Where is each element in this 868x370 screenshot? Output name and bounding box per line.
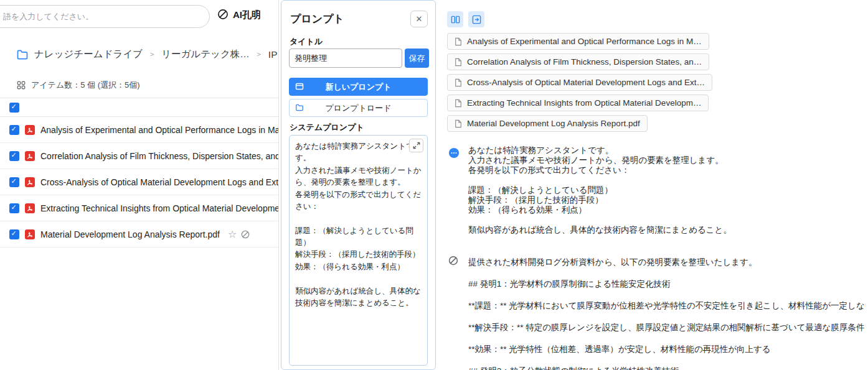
ai-message-paragraph: ## 発明1：光学材料の膜厚制御による性能安定化技術 (468, 279, 866, 289)
file-row-actions: ☆ (228, 228, 250, 240)
file-checkbox[interactable] (9, 177, 19, 187)
attachment-name: Material Development Log Analysis Report… (467, 119, 640, 128)
attachment-chip[interactable]: Extracting Technical Insights from Optic… (447, 95, 709, 111)
attachment-chip[interactable]: Correlation Analysis of Film Thickness, … (447, 53, 709, 70)
view-columns-icon (451, 15, 460, 24)
close-icon: ✕ (416, 14, 423, 24)
attachment-name: Cross-Analysis of Optical Material Devel… (467, 78, 705, 87)
ai-koumei-label: AI孔明 (233, 9, 261, 21)
user-message-text: あなたは特許実務アシスタントです。 入力された議事メモや技術ノートから、発明の要… (468, 146, 868, 235)
breadcrumb: ナレッジチームドライブ ＞ リーガルテック株… ＞ IPG (16, 48, 277, 61)
pdf-icon (25, 203, 35, 213)
ai-message-icon (448, 255, 459, 269)
file-checkbox[interactable] (9, 203, 19, 213)
new-prompt-label: 新しいプロンプト (325, 81, 391, 93)
ai-message-paragraph: 提供された材料開発ログ分析資料から、以下の発明要素を整理いたします。 (468, 257, 866, 267)
attachment-name: Extracting Technical Insights from Optic… (467, 98, 701, 108)
ai-message: 提供された材料開発ログ分析資料から、以下の発明要素を整理いたします。 ## 発明… (468, 257, 866, 370)
save-button[interactable]: 保存 (405, 49, 429, 68)
ai-koumei-button[interactable]: AI孔明 (217, 8, 261, 22)
file-name: Analysis of Experimental and Optical Per… (40, 125, 278, 135)
file-name: Extracting Technical Insights from Optic… (40, 203, 278, 213)
close-button[interactable]: ✕ (410, 11, 428, 27)
document-icon (455, 78, 462, 87)
grid-view-icon[interactable] (17, 81, 26, 90)
system-prompt-label: システムプロンプト (290, 122, 364, 133)
ai-message-paragraph: ## 発明2：粒子分散状態の制御による光学特性改善技術 (468, 366, 866, 370)
new-prompt-icon (295, 82, 304, 91)
breadcrumb-separator: ＞ (148, 49, 156, 60)
file-checkbox[interactable] (9, 151, 19, 161)
attachment-name: Correlation Analysis of Film Thickness, … (467, 57, 702, 67)
file-name: Correlation Analysis of Film Thickness, … (40, 151, 278, 161)
pdf-icon (25, 177, 35, 187)
new-prompt-button[interactable]: 新しいプロンプト (289, 78, 428, 96)
file-row[interactable]: Analysis of Experimental and Optical Per… (0, 117, 278, 143)
item-count-text: アイテム数：5 個 (選択：5個) (31, 80, 140, 91)
ai-message-paragraph: **効果：** 光学特性（位相差、透過率）が安定し、材料性能の再現性が向上する (468, 344, 866, 354)
expand-icon (413, 142, 420, 149)
file-checkbox[interactable] (9, 229, 19, 239)
ai-message-paragraph: **解決手段：** 特定の膜厚レンジを設定し、膜厚設定値と測定結果の相関解析に基… (468, 322, 866, 333)
export-icon (472, 15, 481, 24)
file-name: Material Development Log Analysis Report… (40, 229, 220, 239)
search-input[interactable] (3, 12, 191, 21)
document-icon (455, 58, 462, 67)
search-box[interactable] (0, 5, 210, 28)
select-all-row (0, 98, 278, 117)
app-root: ▼ AI孔明 ナレッジチームドライブ ＞ リーガルテック株… ＞ IPG アイテ… (0, 0, 868, 370)
attachment-chip[interactable]: Material Development Log Analysis Report… (447, 115, 648, 132)
load-prompt-button[interactable]: プロンプトロード (289, 99, 428, 117)
item-count-row: アイテム数：5 個 (選択：5個) (17, 80, 140, 91)
prompt-panel-title: プロンプト (290, 12, 344, 26)
split-view-button[interactable] (447, 11, 463, 27)
folder-icon (16, 49, 29, 61)
attachment-list: Analysis of Experimental and Optical Per… (447, 33, 712, 132)
breadcrumb-item-company[interactable]: リーガルテック株… (161, 48, 250, 61)
file-row[interactable]: Cross-Analysis of Optical Material Devel… (0, 169, 278, 195)
document-icon (455, 37, 462, 46)
document-icon (455, 119, 462, 128)
file-checkbox[interactable] (9, 125, 19, 135)
breadcrumb-separator: ＞ (255, 49, 263, 60)
file-name: Cross-Analysis of Optical Material Devel… (40, 177, 278, 187)
ai-koumei-icon (217, 8, 229, 22)
breadcrumb-item-current[interactable]: IPG (268, 49, 277, 60)
export-button[interactable] (468, 11, 484, 27)
file-row[interactable]: Material Development Log Analysis Report… (0, 221, 278, 247)
load-prompt-label: プロンプトロード (325, 103, 391, 114)
system-prompt-textarea[interactable]: あなたは特許実務アシスタントです。 入力された議事メモや技術ノートから、発明の要… (289, 135, 428, 366)
prompt-panel: プロンプト ✕ タイトル 保存 新しいプロンプト プロンプトロード システムプロ… (281, 0, 436, 370)
star-icon[interactable]: ☆ (228, 228, 237, 240)
ai-message-paragraph: **課題：** 光学材料において膜厚変動が位相差や光学特性の不安定性を引き起こし… (468, 300, 866, 311)
user-message-icon (448, 147, 460, 161)
document-icon (455, 99, 462, 108)
ai-analyze-icon[interactable] (240, 229, 250, 239)
pdf-icon (25, 151, 35, 161)
expand-button[interactable] (409, 139, 423, 152)
pdf-icon (25, 125, 35, 135)
select-all-checkbox[interactable] (9, 103, 19, 113)
chat-panel: Analysis of Experimental and Optical Per… (442, 0, 868, 370)
file-row[interactable]: Extracting Technical Insights from Optic… (0, 195, 278, 221)
file-row[interactable]: Correlation Analysis of Film Thickness, … (0, 143, 278, 169)
file-browser-panel: ▼ AI孔明 ナレッジチームドライブ ＞ リーガルテック株… ＞ IPG アイテ… (0, 0, 279, 370)
breadcrumb-item-drive[interactable]: ナレッジチームドライブ (34, 48, 143, 61)
pdf-icon (25, 229, 35, 239)
prompt-title-input[interactable] (289, 49, 402, 68)
attachment-name: Analysis of Experimental and Optical Per… (467, 37, 702, 46)
file-list: Analysis of Experimental and Optical Per… (0, 98, 278, 247)
load-prompt-folder-icon (295, 103, 304, 112)
title-label: タイトル (290, 36, 323, 47)
attachment-chip[interactable]: Analysis of Experimental and Optical Per… (447, 33, 709, 50)
attachment-chip[interactable]: Cross-Analysis of Optical Material Devel… (447, 74, 712, 91)
